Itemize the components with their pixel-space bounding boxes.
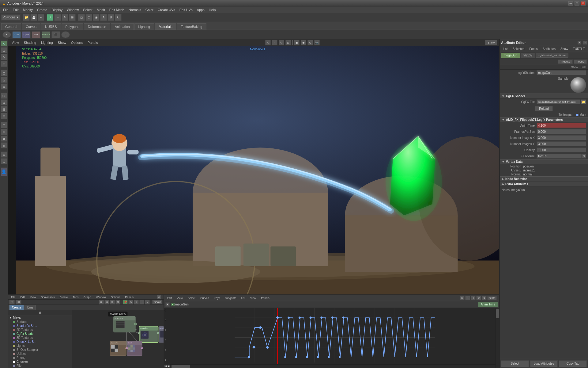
ne-pin[interactable]: 📌 xyxy=(123,300,128,305)
vp-tool-b[interactable]: ↔ xyxy=(272,40,277,45)
tool13[interactable]: ✂ xyxy=(1,129,7,135)
tool16[interactable]: ⊕ xyxy=(1,151,7,158)
ce-edit[interactable]: Edit xyxy=(165,296,174,300)
ne-layout-3[interactable]: ▥ xyxy=(110,300,115,305)
ne-layout-1[interactable]: ▦ xyxy=(99,300,104,305)
technique-radio[interactable]: Main xyxy=(576,113,586,117)
vp-tool-f[interactable]: ◉ xyxy=(301,40,306,45)
minimize-button[interactable]: — xyxy=(568,1,573,6)
node-behavior-section[interactable]: ▶ Node Behavior xyxy=(500,176,588,182)
tool8[interactable]: ⬡ xyxy=(1,93,7,99)
dx11-btn[interactable]: DX11 xyxy=(12,31,21,38)
tool4[interactable]: ⊞ xyxy=(1,61,7,67)
np-settings-btn[interactable]: ⚙ xyxy=(157,295,161,299)
vp-cam[interactable]: 📷 xyxy=(314,40,320,45)
tool17[interactable]: ⊙ xyxy=(1,158,7,164)
tool9[interactable]: ⊗ xyxy=(1,99,7,105)
toolbar-wire[interactable]: ⬡ xyxy=(85,14,92,21)
toolbar-btn-2[interactable]: 💾 xyxy=(30,14,37,21)
vp-shading-btn[interactable]: Shading xyxy=(22,40,38,45)
ce-select[interactable]: Select xyxy=(186,296,197,300)
node-2d-textures[interactable]: 2D Textures xyxy=(8,328,72,332)
menu-file[interactable]: File xyxy=(1,7,10,12)
ne-filter[interactable]: ⊕ xyxy=(128,300,133,305)
ce-list[interactable]: List xyxy=(239,296,247,300)
curve-graph-view[interactable]: 6 5 4 3 2 1 xyxy=(164,308,499,368)
ce-tangents[interactable]: Tangents xyxy=(223,296,238,300)
tab-deformation[interactable]: Deformation xyxy=(84,23,110,30)
ne-tool-1[interactable]: □ xyxy=(9,300,15,305)
node-shaderfx[interactable]: ShaderFx Sh... xyxy=(8,324,72,328)
copy-tab-btn[interactable]: Copy Tab xyxy=(559,360,587,367)
attr-tab-turtle[interactable]: TURTLE xyxy=(571,47,587,51)
toolbar-poly[interactable]: ◻ xyxy=(78,14,85,21)
toolbar-scale[interactable]: ⊞ xyxy=(69,14,76,21)
node-surface[interactable]: Surface xyxy=(8,320,72,324)
fps-input[interactable] xyxy=(537,129,586,134)
presets-button[interactable]: Presets xyxy=(558,59,573,64)
num-images-x-input[interactable] xyxy=(537,135,586,140)
node-cgfx[interactable]: CgFx Shader xyxy=(8,332,72,336)
ce-t2[interactable]: ↔ xyxy=(465,296,470,300)
num-images-y-input[interactable] xyxy=(537,141,586,146)
vp-tool-c[interactable]: ↻ xyxy=(279,40,284,45)
menu-color[interactable]: Color xyxy=(144,7,155,12)
ce-view2[interactable]: View xyxy=(248,296,258,300)
tab-animation[interactable]: Animation xyxy=(111,23,134,30)
amd-params-section[interactable]: ▼ AMD_FX_Flipbook713.cgfx Parameters xyxy=(500,117,588,122)
show-btn[interactable]: Show xyxy=(485,40,497,45)
toolbar-move[interactable]: ↔ xyxy=(54,14,61,21)
load-attributes-btn[interactable]: Load Attributes xyxy=(530,360,558,367)
np-options[interactable]: Options xyxy=(109,295,122,299)
menu-create[interactable]: Create xyxy=(35,7,49,12)
vp-tool-a[interactable]: ↖ xyxy=(265,40,271,45)
np-graph[interactable]: Graph xyxy=(81,295,93,299)
ce-keys[interactable]: Keys xyxy=(212,296,222,300)
ce-curves[interactable]: Curves xyxy=(198,296,211,300)
attr-tab-selected[interactable]: Selected xyxy=(511,47,526,51)
toolbar-select[interactable]: ↗ xyxy=(47,14,54,21)
attr-close-btn[interactable]: ✕ xyxy=(583,41,587,44)
human-btn[interactable]: 👤 xyxy=(1,167,7,176)
ne-zoom-in[interactable]: + xyxy=(139,300,144,305)
maya-category[interactable]: ▼ Maya xyxy=(8,315,72,320)
node-lights[interactable]: Lights xyxy=(8,344,72,348)
curve-scrollbar-h[interactable] xyxy=(170,364,496,368)
menu-apps[interactable]: Apps xyxy=(195,7,206,12)
reload-button[interactable]: Reload xyxy=(535,106,553,111)
cgfx-file-input[interactable] xyxy=(537,99,580,104)
select-btn[interactable]: Select xyxy=(501,360,529,367)
np-file[interactable]: File xyxy=(9,295,17,299)
menu-display[interactable]: Display xyxy=(50,7,64,12)
vp-panels-btn[interactable]: Panels xyxy=(86,40,100,45)
node-3d-textures[interactable]: 3D Textures xyxy=(8,336,72,340)
menu-edit-uvs[interactable]: Edit UVs xyxy=(178,7,194,12)
attr-scroll-area[interactable]: ▼ CgFX Shader CgFX File 📁 Reload Techniq… xyxy=(500,94,588,359)
ce-t1[interactable]: ⊞ xyxy=(460,296,465,300)
shader-tab-cgfx-anim[interactable]: cgfxShader1_animTime4 xyxy=(536,53,568,58)
cgfx-shader-input[interactable] xyxy=(537,70,586,75)
np-window[interactable]: Window xyxy=(94,295,107,299)
menu-modify[interactable]: Modify xyxy=(21,7,35,12)
ne-arrange[interactable]: ↕ xyxy=(134,300,139,305)
tab-polygons[interactable]: Polygons xyxy=(62,23,83,30)
ce-t3[interactable]: ↕ xyxy=(471,296,476,300)
opacity-input[interactable] xyxy=(537,148,586,152)
tab-materials[interactable]: Materials xyxy=(155,23,176,30)
menu-mesh[interactable]: Mesh xyxy=(95,7,107,12)
tool10[interactable]: ▦ xyxy=(1,106,7,112)
ne-layout-4[interactable]: ▧ xyxy=(115,300,120,305)
anim-time-input[interactable] xyxy=(537,123,586,128)
toolbar-btn-3[interactable]: ↩ xyxy=(38,14,44,21)
close-button[interactable]: ✕ xyxy=(581,1,586,6)
tool14[interactable]: ⊠ xyxy=(1,136,7,142)
toolbar-btn-b[interactable]: B xyxy=(107,14,114,21)
node-dx11[interactable]: DirectX 11 S... xyxy=(8,340,72,344)
menu-edit[interactable]: Edit xyxy=(11,7,21,12)
node-br-occ[interactable]: ▤Br Occ Sampler xyxy=(8,348,72,352)
tab-create[interactable]: Create xyxy=(9,305,24,310)
np-edit[interactable]: Edit xyxy=(19,295,27,299)
show-label-ne[interactable]: Show xyxy=(152,300,162,304)
ce-panels[interactable]: Panels xyxy=(259,296,271,300)
attr-tab-show[interactable]: Show xyxy=(559,47,570,51)
